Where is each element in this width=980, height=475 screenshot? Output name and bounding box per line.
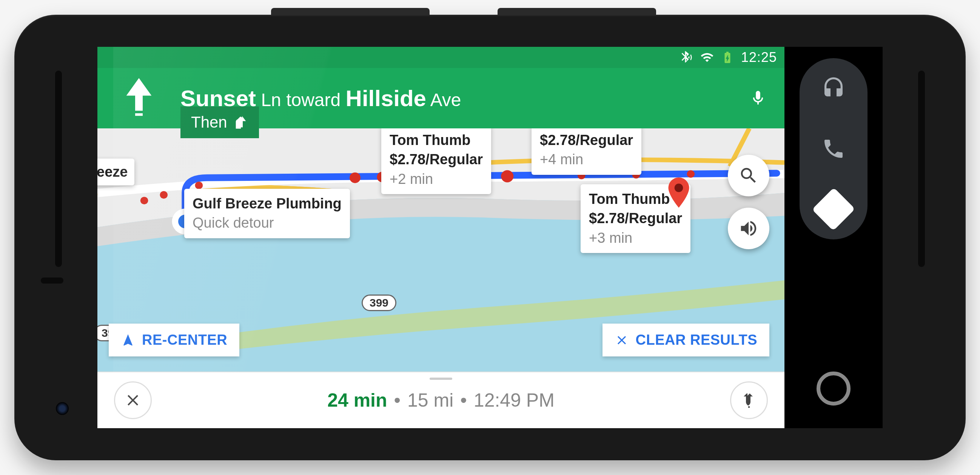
svg-point-5	[195, 182, 203, 189]
svg-point-11	[687, 170, 695, 178]
alt-route-icon	[740, 391, 758, 409]
trip-summary-bar[interactable]: 24 min•15 mi•12:49 PM	[97, 371, 784, 428]
status-time: 12:25	[741, 49, 777, 65]
voice-search-button[interactable]	[747, 87, 769, 110]
eta-arrival: 12:49 PM	[474, 390, 555, 411]
sound-button[interactable]	[728, 208, 769, 249]
status-bar: 12:25	[97, 47, 784, 68]
close-icon	[614, 333, 629, 347]
alternate-routes-button[interactable]	[730, 381, 768, 419]
svg-point-4	[160, 191, 168, 199]
next-turn-chip[interactable]: Then	[180, 107, 259, 138]
close-icon	[124, 391, 142, 409]
app-rail	[784, 47, 883, 428]
poi-price: $2.78/Regular	[390, 150, 483, 169]
poi-card[interactable]: Gulf Breeze Plumbing Quick detour	[184, 189, 350, 238]
poi-subtext: Quick detour	[192, 214, 342, 233]
search-button[interactable]	[728, 155, 769, 196]
map[interactable]: eeze Gulf Breeze Plumbing Quick detour T…	[97, 128, 784, 371]
phone-button[interactable]	[818, 134, 849, 164]
eta-distance: 15 mi	[407, 390, 453, 411]
poi-subtext: +3 min	[589, 228, 682, 248]
navigation-button[interactable]	[818, 194, 849, 224]
poi-title: Gulf Breeze Plumbing	[192, 194, 342, 214]
direction-arrow-icon	[97, 68, 180, 128]
headphones-icon	[821, 76, 846, 100]
poi-card[interactable]: Tom Thumb $2.78/Regular +2 min	[381, 128, 491, 194]
poi-title: Tom Thumb	[390, 131, 483, 150]
poi-subtext: +2 min	[390, 169, 483, 189]
recenter-label: RE-CENTER	[142, 332, 227, 348]
svg-point-3	[140, 197, 148, 204]
direction-text: Sunset Ln toward Hillside Ave	[180, 85, 747, 112]
next-turn-label: Then	[191, 113, 227, 131]
screen: 12:25 Sunset Ln toward Hillside Ave	[97, 47, 883, 428]
recenter-button[interactable]: RE-CENTER	[109, 324, 239, 356]
close-button[interactable]	[114, 381, 152, 419]
turn-left-icon	[233, 115, 248, 130]
home-button[interactable]	[816, 371, 851, 405]
eta-summary: 24 min•15 mi•12:49 PM	[159, 389, 722, 411]
poi-card[interactable]: eeze	[97, 159, 134, 185]
front-camera	[56, 402, 69, 415]
media-button[interactable]	[818, 73, 849, 104]
wifi-icon	[700, 51, 714, 64]
destination-pin-icon[interactable]	[667, 177, 690, 208]
speaker-grille	[55, 71, 62, 267]
poi-card[interactable]: $2.78/Regular +4 min	[531, 128, 641, 175]
poi-price: $2.78/Regular	[540, 131, 633, 150]
navigation-icon	[121, 333, 135, 347]
svg-point-6	[350, 172, 361, 183]
diamond-icon	[812, 188, 856, 231]
poi-subtext: +4 min	[540, 150, 633, 169]
phone-icon	[821, 137, 846, 161]
clear-results-button[interactable]: CLEAR RESULTS	[603, 324, 769, 356]
bluetooth-icon	[680, 51, 694, 64]
battery-icon	[721, 51, 734, 64]
proximity-sensor	[41, 277, 64, 284]
speaker-grille	[918, 71, 925, 267]
poi-title: eeze	[97, 163, 127, 182]
clear-results-label: CLEAR RESULTS	[636, 332, 757, 348]
svg-point-8	[501, 170, 514, 182]
eta-time: 24 min	[327, 390, 387, 411]
phone-frame: 12:25 Sunset Ln toward Hillside Ave	[14, 15, 966, 460]
highway-shield: 399	[362, 295, 396, 311]
svg-point-13	[675, 183, 683, 192]
poi-price: $2.78/Regular	[589, 209, 682, 228]
